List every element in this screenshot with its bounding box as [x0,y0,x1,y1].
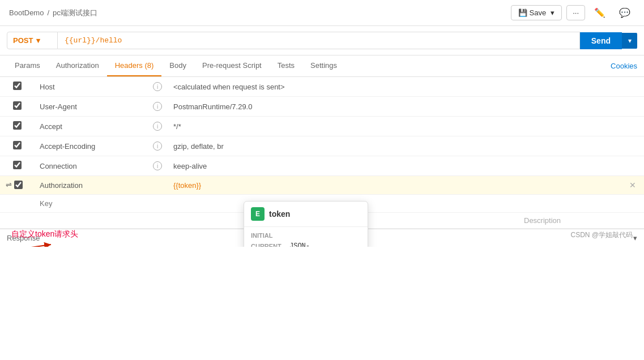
more-button[interactable]: ··· [566,5,585,20]
row-info-cell: i [147,156,168,176]
row-key-cell: Connection [34,156,147,176]
url-bar: POST ▾ Send ▾ [0,26,644,55]
save-button[interactable]: 💾 Save ▾ [511,5,562,20]
row-info-cell: i [147,97,168,117]
token-current-value: JSON-c0bd379e1c914e96a924719d19fc743d@ad… [289,242,351,247]
row-value-cell: <calculated when request is sent> [168,77,621,97]
send-dropdown-button[interactable]: ▾ [622,33,637,49]
tab-body[interactable]: Body [161,55,194,76]
tabs-list: Params Authorization Headers (8) Body Pr… [7,55,345,76]
row-key-authorization: Authorization [34,176,147,195]
send-button-group: Send ▾ [580,32,637,49]
token-name: token [269,209,290,218]
row-check-cell [0,156,34,176]
row-info-cell: i [147,77,168,97]
tabs-bar: Params Authorization Headers (8) Body Pr… [0,55,644,77]
method-select[interactable]: POST ▾ [7,32,58,49]
info-icon[interactable]: i [153,161,162,170]
row-checkbox[interactable] [14,181,23,189]
annotation-left-label: 自定义token请求头 [11,229,78,239]
table-row: Connection i keep-alive [0,156,644,176]
edit-button[interactable]: ✏️ [590,5,610,21]
tab-headers[interactable]: Headers (8) [107,55,162,76]
method-label: POST [13,36,33,45]
row-checkbox[interactable] [13,141,22,149]
row-value-cell: PostmanRuntime/7.29.0 [168,97,621,117]
info-icon[interactable]: i [153,102,162,111]
info-icon[interactable]: i [153,122,162,131]
filter-icon: ⇌ [6,181,12,189]
row-key-cell: Accept [34,117,147,136]
tab-params[interactable]: Params [7,55,48,76]
table-row-authorization: ⇌ Authorization {{token}} ✕ [0,176,644,195]
row-key-cell: Accept-Encoding [34,136,147,156]
token-current-row: CURRENT JSON-c0bd379e1c914e96a924719d19f… [251,242,361,247]
row-info-cell: i [147,117,168,136]
table-row: Accept-Encoding i gzip, deflate, br [0,136,644,156]
top-bar: BootDemo / pc端测试接口 💾 Save ▾ ··· ✏️ 💬 [0,0,644,26]
tab-settings[interactable]: Settings [302,55,345,76]
save-dropdown-icon: ▾ [551,8,555,17]
table-row: User-Agent i PostmanRuntime/7.29.0 [0,97,644,117]
row-check-cell [0,136,34,156]
row-value-cell: keep-alive [168,156,621,176]
save-icon: 💾 [518,8,527,17]
token-initial-label: INITIAL [251,232,285,239]
tab-pre-request[interactable]: Pre-request Script [194,55,270,76]
row-check-cell [0,97,34,117]
breadcrumb-parent: BootDemo [9,8,44,17]
row-check-cell [0,77,34,97]
row-check-cell [0,117,34,136]
row-key-cell: User-Agent [34,97,147,117]
tab-authorization[interactable]: Authorization [48,55,107,76]
send-button[interactable]: Send [580,32,622,49]
token-popup-header: E token [244,202,368,227]
response-chevron-icon: ▾ [633,234,637,242]
breadcrumb-current: pc端测试接口 [53,8,97,18]
row-checkbox[interactable] [13,82,22,90]
info-icon[interactable]: i [153,82,162,91]
row-value-token: {{token}} [168,176,621,195]
token-popup: E token INITIAL CURRENT JSON-c0bd379e1c9… [244,201,368,247]
token-popup-body: INITIAL CURRENT JSON-c0bd379e1c914e96a92… [244,227,368,247]
arrow-left-icon [11,242,57,247]
top-actions: 💾 Save ▾ ··· ✏️ 💬 [511,5,635,21]
left-annotation: 自定义token请求头 [11,229,78,247]
token-icon: E [251,207,265,221]
row-value-cell: gzip, deflate, br [168,136,621,156]
breadcrumb-separator: / [47,8,49,17]
bottom-attribution: CSDN @学姐敲代码 [570,230,633,240]
headers-table: Host i <calculated when request is sent>… [0,77,644,213]
row-value-cell: */* [168,117,621,136]
url-input[interactable] [58,32,580,49]
row-close-cell: ✕ [621,176,644,195]
info-icon[interactable]: i [153,142,162,151]
row-check-cell: ⇌ [0,176,34,194]
row-checkbox[interactable] [13,101,22,110]
row-info-cell [147,176,168,195]
tab-tests[interactable]: Tests [270,55,302,76]
row-key-cell: Host [34,77,147,97]
method-dropdown-icon: ▾ [36,36,40,45]
row-checkbox[interactable] [13,161,22,169]
row-check-cell [0,195,34,213]
description-placeholder: Description [524,216,637,225]
svg-line-1 [11,245,51,247]
comment-button[interactable]: 💬 [615,5,635,21]
row-info-cell: i [147,136,168,156]
token-current-label: CURRENT [251,242,285,247]
table-row: Accept i */* [0,117,644,136]
token-initial-row: INITIAL [251,232,361,239]
cookies-button[interactable]: Cookies [611,56,637,76]
breadcrumb: BootDemo / pc端测试接口 [9,8,97,18]
table-row: Host i <calculated when request is sent> [0,77,644,97]
close-icon[interactable]: ✕ [629,181,636,190]
row-checkbox[interactable] [13,121,22,130]
